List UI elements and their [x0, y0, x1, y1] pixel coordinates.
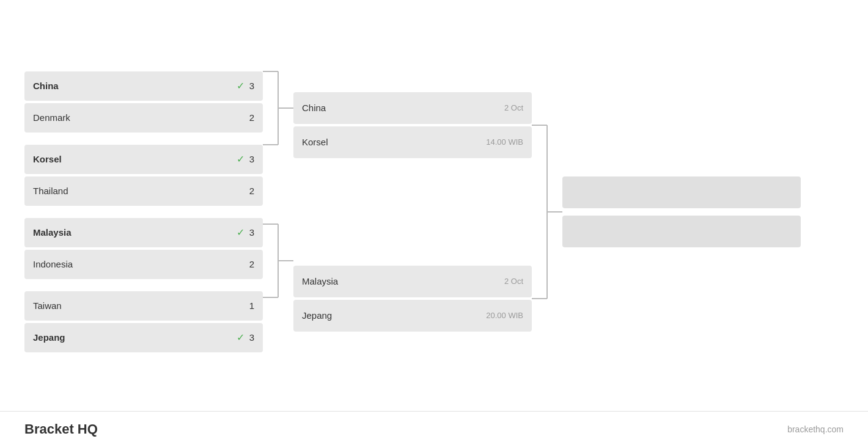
team-denmark-name: Denmark	[33, 112, 70, 123]
footer-url: brackethq.com	[787, 424, 844, 434]
team-malaysia-name: Malaysia	[33, 227, 72, 238]
semi-jepang-name: Jepang	[302, 310, 332, 321]
check-icon-jepang: ✓	[237, 332, 245, 343]
final-card-bottom	[562, 216, 801, 247]
check-icon-china: ✓	[237, 80, 245, 92]
matchup-group-3: Malaysia ✓ 3 Indonesia 2	[24, 218, 263, 279]
semi-matchup-2: Malaysia 2 Oct Jepang 20.00 WIB	[293, 266, 532, 332]
final-matchup	[562, 176, 801, 247]
team-denmark: Denmark 2	[24, 103, 263, 133]
footer: Bracket HQ brackethq.com	[0, 411, 868, 447]
matchup-group-2: Korsel ✓ 3 Thailand 2	[24, 145, 263, 206]
score-jepang: 3	[249, 332, 254, 343]
score-denmark: 2	[249, 112, 254, 123]
team-china-name: China	[33, 81, 59, 91]
round-2: China 2 Oct Korsel 14.00 WIB Malaysia 2 …	[293, 41, 532, 383]
team-china: China ✓ 3	[24, 71, 263, 101]
team-thailand-name: Thailand	[33, 186, 68, 196]
matchup-group-1: China ✓ 3 Denmark 2	[24, 71, 263, 133]
team-indonesia-name: Indonesia	[33, 259, 73, 269]
team-malaysia: Malaysia ✓ 3	[24, 218, 263, 247]
brand-bold: HQ	[78, 421, 98, 437]
brand-normal: Bracket	[24, 421, 78, 437]
connector-r2-final	[532, 41, 562, 383]
final-card-top	[562, 176, 801, 208]
check-icon-malaysia: ✓	[237, 227, 245, 238]
check-icon-korsel: ✓	[237, 153, 245, 165]
round-1: China ✓ 3 Denmark 2 Korsel	[24, 71, 263, 352]
semi-china-date: 2 Oct	[504, 103, 523, 112]
round-final	[562, 41, 801, 383]
semi-card-jepang: Jepang 20.00 WIB	[293, 300, 532, 332]
semi-card-china: China 2 Oct	[293, 92, 532, 124]
score-korsel: 3	[249, 154, 254, 164]
footer-brand: Bracket HQ	[24, 421, 98, 437]
score-indonesia: 2	[249, 259, 254, 269]
score-taiwan: 1	[249, 300, 254, 311]
connector-r1-r2	[263, 41, 293, 383]
team-indonesia: Indonesia 2	[24, 250, 263, 279]
team-taiwan: Taiwan 1	[24, 291, 263, 321]
team-jepang: Jepang ✓ 3	[24, 323, 263, 352]
score-china: 3	[249, 81, 254, 91]
team-thailand: Thailand 2	[24, 176, 263, 206]
semi-china-name: China	[302, 103, 326, 113]
team-korsel: Korsel ✓ 3	[24, 145, 263, 174]
semi-korsel-name: Korsel	[302, 137, 328, 147]
matchup-group-4: Taiwan 1 Jepang ✓ 3	[24, 291, 263, 352]
bracket-container: China ✓ 3 Denmark 2 Korsel	[24, 41, 801, 383]
semi-jepang-date: 20.00 WIB	[486, 311, 523, 320]
semi-malaysia-date: 2 Oct	[504, 277, 523, 286]
team-korsel-name: Korsel	[33, 154, 62, 164]
team-taiwan-name: Taiwan	[33, 300, 62, 311]
semi-matchup-1: China 2 Oct Korsel 14.00 WIB	[293, 92, 532, 158]
main-content: China ✓ 3 Denmark 2 Korsel	[0, 0, 868, 411]
semi-malaysia-name: Malaysia	[302, 276, 338, 286]
semi-card-korsel: Korsel 14.00 WIB	[293, 126, 532, 158]
semi-korsel-date: 14.00 WIB	[486, 137, 523, 147]
score-malaysia: 3	[249, 227, 254, 238]
semi-card-malaysia: Malaysia 2 Oct	[293, 266, 532, 297]
team-jepang-name: Jepang	[33, 332, 65, 343]
score-thailand: 2	[249, 186, 254, 196]
